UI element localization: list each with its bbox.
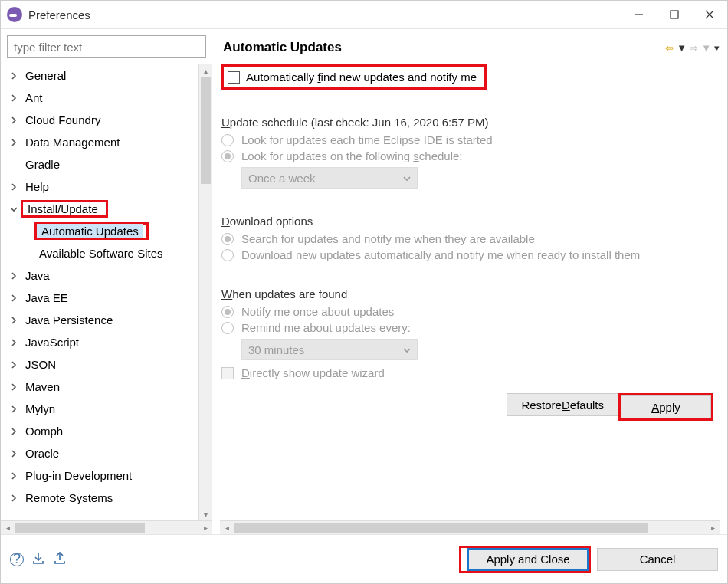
filter-input[interactable] <box>7 35 206 58</box>
back-menu-icon[interactable]: ▼ <box>677 43 687 53</box>
chevron-right-icon <box>7 272 21 280</box>
apply-and-close-button[interactable]: Apply and Close <box>467 548 589 571</box>
schedule-option-schedule: Look for updates on the following schedu… <box>221 149 721 162</box>
checkbox-icon <box>221 367 234 379</box>
tree-item[interactable]: JavaScript <box>4 331 211 353</box>
tree-item[interactable]: Maven <box>4 376 211 398</box>
radio-icon <box>221 150 234 162</box>
tree-item-label: Cloud Foundry <box>21 113 105 127</box>
horizontal-scrollbar[interactable]: ◂ ▸ <box>1 520 212 534</box>
restore-defaults-button[interactable]: Restore Defaults <box>507 393 618 416</box>
tree-item-label: Gradle <box>21 157 64 172</box>
radio-icon <box>221 233 234 245</box>
auto-find-label: Automatically find new updates and notif… <box>246 71 477 84</box>
radio-icon <box>221 134 234 146</box>
tree-item-label: Mylyn <box>21 402 60 416</box>
chevron-down-icon <box>7 205 21 213</box>
tree-item-label: Ant <box>21 90 48 105</box>
tree-item-label: Plug-in Development <box>21 468 136 483</box>
cancel-button[interactable]: Cancel <box>597 548 718 571</box>
radio-icon <box>221 322 234 334</box>
tree-item-child[interactable]: Available Software Sites <box>4 242 211 264</box>
back-icon[interactable]: ⇦ <box>665 43 674 53</box>
tree-item[interactable]: Help <box>4 176 211 198</box>
import-icon[interactable] <box>31 551 45 567</box>
found-option-once: Notify me once about updates <box>221 305 721 318</box>
tree-item-label: Maven <box>21 379 64 394</box>
chevron-right-icon <box>7 72 21 80</box>
tree-item[interactable]: Cloud Foundry <box>4 109 211 131</box>
chevron-right-icon <box>7 139 21 146</box>
preferences-tree[interactable]: GeneralAntCloud FoundryData ManagementGr… <box>1 64 212 534</box>
tree-item[interactable]: General <box>4 64 211 87</box>
tree-item-label: General <box>21 68 71 83</box>
tree-item[interactable]: Mylyn <box>4 398 211 420</box>
tree-item-label: Java EE <box>21 290 73 305</box>
tree-item-label: Help <box>21 179 54 194</box>
forward-icon[interactable]: ⇨ <box>690 43 698 53</box>
tree-item-label: JavaScript <box>21 335 84 349</box>
chevron-right-icon <box>7 317 21 324</box>
tree-item-label: Install/Update <box>23 202 103 216</box>
chevron-right-icon <box>7 183 21 191</box>
minimize-button[interactable] <box>621 1 657 28</box>
tree-item-label: Remote Systems <box>21 490 117 505</box>
tree-item[interactable]: Plug-in Development <box>4 464 211 487</box>
found-title: When updates are found <box>221 287 721 300</box>
maximize-button[interactable] <box>657 1 692 28</box>
tree-item[interactable]: Data Management <box>4 131 211 153</box>
content-horizontal-scrollbar[interactable]: ◂ ▸ <box>220 520 720 534</box>
tree-item-child[interactable]: Automatic Updates <box>4 220 211 242</box>
chevron-right-icon <box>7 294 21 302</box>
apply-button[interactable]: Apply <box>621 395 711 418</box>
tree-item[interactable]: Oomph <box>4 420 211 442</box>
schedule-combo: Once a week <box>241 167 418 189</box>
tree-item[interactable]: Remote Systems <box>4 487 211 509</box>
chevron-right-icon <box>7 428 21 435</box>
chevron-down-icon <box>403 172 411 185</box>
window-title: Preferences <box>28 8 90 21</box>
tree-item-label: Oomph <box>21 424 67 438</box>
found-option-remind: Remind me about updates every: <box>221 321 721 334</box>
close-button[interactable] <box>692 1 727 28</box>
tree-item-label: Oracle <box>21 446 64 461</box>
tree-item[interactable]: Oracle <box>4 442 211 464</box>
tree-item[interactable]: Java <box>4 264 211 287</box>
vertical-scrollbar[interactable]: ▴ ▾ <box>198 64 212 520</box>
auto-find-checkbox[interactable]: Automatically find new updates and notif… <box>224 67 484 87</box>
tree-item[interactable]: JSON <box>4 353 211 376</box>
svg-rect-0 <box>671 11 678 18</box>
schedule-option-on-start: Look for updates each time Eclipse IDE i… <box>221 133 721 146</box>
export-icon[interactable] <box>53 551 67 567</box>
chevron-right-icon <box>7 339 21 346</box>
tree-item-label: Java <box>21 268 54 283</box>
tree-item[interactable]: Java Persistence <box>4 309 211 331</box>
checkbox-icon <box>228 71 240 84</box>
chevron-down-icon <box>403 343 411 356</box>
directly-show-checkbox: Directly show update wizard <box>221 366 721 379</box>
download-option-notify: Search for updates and notify me when th… <box>221 232 721 245</box>
tree-item-label: Data Management <box>21 135 124 149</box>
tree-item[interactable]: Ant <box>4 87 211 109</box>
chevron-right-icon <box>7 94 21 102</box>
chevron-right-icon <box>7 405 21 413</box>
tree-item[interactable]: Java EE <box>4 287 211 309</box>
tree-item-label: Automatic Updates <box>37 224 143 238</box>
page-title: Automatic Updates <box>223 40 342 55</box>
tree-item[interactable]: Gradle <box>4 153 211 176</box>
forward-menu-icon[interactable]: ▼ <box>701 43 711 53</box>
chevron-right-icon <box>7 450 21 458</box>
schedule-title: Update schedule (last check: Jun 16, 202… <box>221 116 721 129</box>
tree-item[interactable]: Install/Update <box>4 198 211 220</box>
chevron-right-icon <box>7 383 21 391</box>
remind-combo: 30 minutes <box>241 339 418 360</box>
help-icon[interactable]: ? <box>10 553 24 566</box>
radio-icon <box>221 249 234 261</box>
download-option-auto: Download new updates automatically and n… <box>221 248 721 261</box>
chevron-right-icon <box>7 472 21 480</box>
tree-item-label: Available Software Sites <box>34 246 167 261</box>
tree-item-label: Java Persistence <box>21 313 117 327</box>
radio-icon <box>221 306 234 318</box>
download-title: Download options <box>221 215 721 228</box>
view-menu-icon[interactable]: ▾ <box>714 43 720 53</box>
